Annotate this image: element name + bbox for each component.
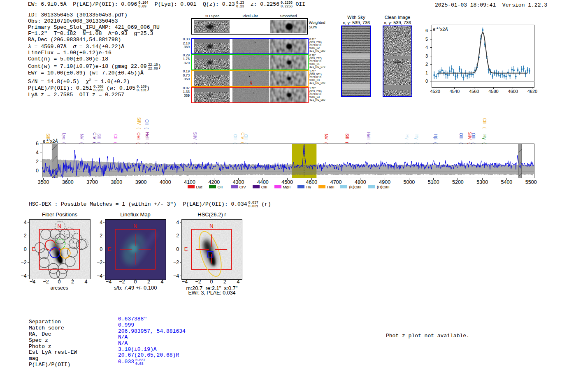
svg-text:N: N (57, 223, 61, 229)
svg-text:N: N (133, 223, 137, 229)
svg-text:E: E (108, 246, 111, 252)
svg-text:E: E (184, 246, 188, 252)
svg-text:N: N (209, 223, 213, 229)
svg-text:E: E (32, 246, 35, 252)
